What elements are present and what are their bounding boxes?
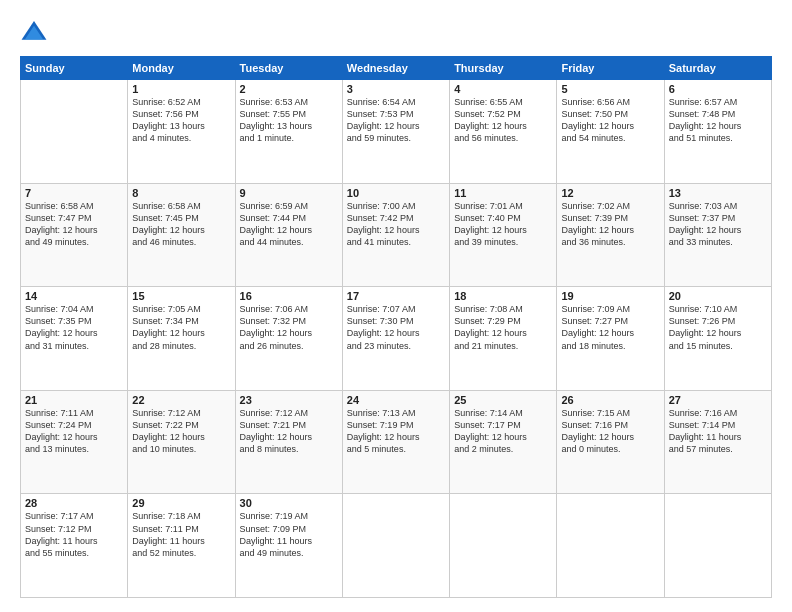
page: SundayMondayTuesdayWednesdayThursdayFrid… bbox=[0, 0, 792, 612]
calendar-week-row: 7Sunrise: 6:58 AM Sunset: 7:47 PM Daylig… bbox=[21, 183, 772, 287]
calendar-cell: 17Sunrise: 7:07 AM Sunset: 7:30 PM Dayli… bbox=[342, 287, 449, 391]
calendar-week-row: 28Sunrise: 7:17 AM Sunset: 7:12 PM Dayli… bbox=[21, 494, 772, 598]
calendar-table: SundayMondayTuesdayWednesdayThursdayFrid… bbox=[20, 56, 772, 598]
day-number: 16 bbox=[240, 290, 338, 302]
calendar-cell: 6Sunrise: 6:57 AM Sunset: 7:48 PM Daylig… bbox=[664, 80, 771, 184]
day-number: 18 bbox=[454, 290, 552, 302]
calendar-cell: 29Sunrise: 7:18 AM Sunset: 7:11 PM Dayli… bbox=[128, 494, 235, 598]
calendar-cell: 22Sunrise: 7:12 AM Sunset: 7:22 PM Dayli… bbox=[128, 390, 235, 494]
day-info: Sunrise: 7:06 AM Sunset: 7:32 PM Dayligh… bbox=[240, 303, 338, 352]
calendar-week-row: 21Sunrise: 7:11 AM Sunset: 7:24 PM Dayli… bbox=[21, 390, 772, 494]
calendar-cell: 15Sunrise: 7:05 AM Sunset: 7:34 PM Dayli… bbox=[128, 287, 235, 391]
day-info: Sunrise: 7:00 AM Sunset: 7:42 PM Dayligh… bbox=[347, 200, 445, 249]
weekday-header: Thursday bbox=[450, 57, 557, 80]
calendar-cell: 25Sunrise: 7:14 AM Sunset: 7:17 PM Dayli… bbox=[450, 390, 557, 494]
day-number: 23 bbox=[240, 394, 338, 406]
day-info: Sunrise: 6:54 AM Sunset: 7:53 PM Dayligh… bbox=[347, 96, 445, 145]
day-number: 24 bbox=[347, 394, 445, 406]
day-number: 14 bbox=[25, 290, 123, 302]
day-info: Sunrise: 7:11 AM Sunset: 7:24 PM Dayligh… bbox=[25, 407, 123, 456]
weekday-header: Friday bbox=[557, 57, 664, 80]
day-number: 13 bbox=[669, 187, 767, 199]
day-number: 17 bbox=[347, 290, 445, 302]
day-info: Sunrise: 7:02 AM Sunset: 7:39 PM Dayligh… bbox=[561, 200, 659, 249]
day-number: 15 bbox=[132, 290, 230, 302]
day-info: Sunrise: 7:01 AM Sunset: 7:40 PM Dayligh… bbox=[454, 200, 552, 249]
weekday-header: Monday bbox=[128, 57, 235, 80]
calendar-cell: 8Sunrise: 6:58 AM Sunset: 7:45 PM Daylig… bbox=[128, 183, 235, 287]
calendar-cell bbox=[342, 494, 449, 598]
day-info: Sunrise: 7:19 AM Sunset: 7:09 PM Dayligh… bbox=[240, 510, 338, 559]
day-number: 28 bbox=[25, 497, 123, 509]
day-info: Sunrise: 6:59 AM Sunset: 7:44 PM Dayligh… bbox=[240, 200, 338, 249]
calendar-cell: 11Sunrise: 7:01 AM Sunset: 7:40 PM Dayli… bbox=[450, 183, 557, 287]
day-info: Sunrise: 7:08 AM Sunset: 7:29 PM Dayligh… bbox=[454, 303, 552, 352]
weekday-header: Sunday bbox=[21, 57, 128, 80]
day-number: 8 bbox=[132, 187, 230, 199]
day-info: Sunrise: 6:58 AM Sunset: 7:47 PM Dayligh… bbox=[25, 200, 123, 249]
day-number: 27 bbox=[669, 394, 767, 406]
day-number: 26 bbox=[561, 394, 659, 406]
day-info: Sunrise: 6:56 AM Sunset: 7:50 PM Dayligh… bbox=[561, 96, 659, 145]
calendar-cell: 24Sunrise: 7:13 AM Sunset: 7:19 PM Dayli… bbox=[342, 390, 449, 494]
day-info: Sunrise: 7:14 AM Sunset: 7:17 PM Dayligh… bbox=[454, 407, 552, 456]
logo-icon bbox=[20, 18, 48, 46]
calendar-cell: 14Sunrise: 7:04 AM Sunset: 7:35 PM Dayli… bbox=[21, 287, 128, 391]
day-info: Sunrise: 6:57 AM Sunset: 7:48 PM Dayligh… bbox=[669, 96, 767, 145]
calendar-cell bbox=[557, 494, 664, 598]
calendar-cell: 13Sunrise: 7:03 AM Sunset: 7:37 PM Dayli… bbox=[664, 183, 771, 287]
calendar-cell: 18Sunrise: 7:08 AM Sunset: 7:29 PM Dayli… bbox=[450, 287, 557, 391]
day-info: Sunrise: 7:12 AM Sunset: 7:22 PM Dayligh… bbox=[132, 407, 230, 456]
day-number: 25 bbox=[454, 394, 552, 406]
calendar-header-row: SundayMondayTuesdayWednesdayThursdayFrid… bbox=[21, 57, 772, 80]
logo bbox=[20, 18, 52, 46]
day-number: 22 bbox=[132, 394, 230, 406]
calendar-cell: 1Sunrise: 6:52 AM Sunset: 7:56 PM Daylig… bbox=[128, 80, 235, 184]
day-info: Sunrise: 7:15 AM Sunset: 7:16 PM Dayligh… bbox=[561, 407, 659, 456]
day-number: 6 bbox=[669, 83, 767, 95]
calendar-cell: 4Sunrise: 6:55 AM Sunset: 7:52 PM Daylig… bbox=[450, 80, 557, 184]
day-number: 29 bbox=[132, 497, 230, 509]
calendar-cell: 12Sunrise: 7:02 AM Sunset: 7:39 PM Dayli… bbox=[557, 183, 664, 287]
day-info: Sunrise: 6:55 AM Sunset: 7:52 PM Dayligh… bbox=[454, 96, 552, 145]
header bbox=[20, 18, 772, 46]
weekday-header: Wednesday bbox=[342, 57, 449, 80]
calendar-week-row: 14Sunrise: 7:04 AM Sunset: 7:35 PM Dayli… bbox=[21, 287, 772, 391]
day-number: 9 bbox=[240, 187, 338, 199]
day-number: 20 bbox=[669, 290, 767, 302]
calendar-cell: 28Sunrise: 7:17 AM Sunset: 7:12 PM Dayli… bbox=[21, 494, 128, 598]
day-info: Sunrise: 7:16 AM Sunset: 7:14 PM Dayligh… bbox=[669, 407, 767, 456]
day-info: Sunrise: 7:13 AM Sunset: 7:19 PM Dayligh… bbox=[347, 407, 445, 456]
day-number: 7 bbox=[25, 187, 123, 199]
day-number: 2 bbox=[240, 83, 338, 95]
calendar-cell: 23Sunrise: 7:12 AM Sunset: 7:21 PM Dayli… bbox=[235, 390, 342, 494]
day-info: Sunrise: 7:09 AM Sunset: 7:27 PM Dayligh… bbox=[561, 303, 659, 352]
weekday-header: Saturday bbox=[664, 57, 771, 80]
calendar-cell: 7Sunrise: 6:58 AM Sunset: 7:47 PM Daylig… bbox=[21, 183, 128, 287]
calendar-cell: 2Sunrise: 6:53 AM Sunset: 7:55 PM Daylig… bbox=[235, 80, 342, 184]
calendar-cell: 16Sunrise: 7:06 AM Sunset: 7:32 PM Dayli… bbox=[235, 287, 342, 391]
day-info: Sunrise: 6:53 AM Sunset: 7:55 PM Dayligh… bbox=[240, 96, 338, 145]
day-info: Sunrise: 6:52 AM Sunset: 7:56 PM Dayligh… bbox=[132, 96, 230, 145]
day-number: 10 bbox=[347, 187, 445, 199]
calendar-cell: 20Sunrise: 7:10 AM Sunset: 7:26 PM Dayli… bbox=[664, 287, 771, 391]
calendar-cell bbox=[450, 494, 557, 598]
calendar-cell: 10Sunrise: 7:00 AM Sunset: 7:42 PM Dayli… bbox=[342, 183, 449, 287]
calendar-cell: 3Sunrise: 6:54 AM Sunset: 7:53 PM Daylig… bbox=[342, 80, 449, 184]
calendar-cell bbox=[21, 80, 128, 184]
day-number: 4 bbox=[454, 83, 552, 95]
calendar-cell: 9Sunrise: 6:59 AM Sunset: 7:44 PM Daylig… bbox=[235, 183, 342, 287]
day-number: 3 bbox=[347, 83, 445, 95]
calendar-cell: 27Sunrise: 7:16 AM Sunset: 7:14 PM Dayli… bbox=[664, 390, 771, 494]
calendar-cell: 26Sunrise: 7:15 AM Sunset: 7:16 PM Dayli… bbox=[557, 390, 664, 494]
day-info: Sunrise: 7:12 AM Sunset: 7:21 PM Dayligh… bbox=[240, 407, 338, 456]
day-number: 11 bbox=[454, 187, 552, 199]
day-info: Sunrise: 6:58 AM Sunset: 7:45 PM Dayligh… bbox=[132, 200, 230, 249]
day-info: Sunrise: 7:04 AM Sunset: 7:35 PM Dayligh… bbox=[25, 303, 123, 352]
day-number: 30 bbox=[240, 497, 338, 509]
day-number: 5 bbox=[561, 83, 659, 95]
day-info: Sunrise: 7:07 AM Sunset: 7:30 PM Dayligh… bbox=[347, 303, 445, 352]
day-info: Sunrise: 7:05 AM Sunset: 7:34 PM Dayligh… bbox=[132, 303, 230, 352]
day-number: 12 bbox=[561, 187, 659, 199]
calendar-cell bbox=[664, 494, 771, 598]
